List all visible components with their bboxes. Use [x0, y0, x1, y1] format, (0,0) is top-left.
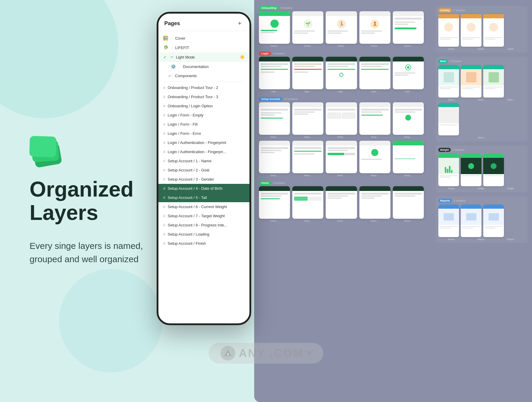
- reports-card-1: [438, 205, 459, 237]
- watermark-logo-icon: A: [220, 346, 235, 361]
- section-tag-login: Login: [259, 51, 271, 56]
- page-item-setup-6[interactable]: # Setup Account / 6 - Current Weight: [158, 202, 249, 211]
- setup-screen-4: [359, 102, 390, 135]
- canvas-right-panels: Activity 3 Screens: [432, 0, 532, 402]
- page-item-login-auth-fingerprint[interactable]: # Login / Authentication - Fingerprint: [158, 138, 249, 147]
- page-item-setup-2[interactable]: # Setup Account / 2 - Goal: [158, 166, 249, 175]
- home-label-1: Home ...: [259, 220, 290, 222]
- reports-card-3: [483, 205, 504, 237]
- add-page-button[interactable]: +: [236, 20, 244, 27]
- page-item-setup-7[interactable]: # Setup Account / 7 - Target Weight: [158, 211, 249, 221]
- canvas-section-onboarding: Onboarding 5 Screens 🌱: [259, 6, 424, 47]
- section-tag-setup: Setup Account: [259, 97, 282, 101]
- page-label-setup-8: Setup Account / 8 - Progress Inte...: [168, 223, 245, 227]
- page-label-login-auth-fingerpri: Login / Authentication - Fingerpri...: [168, 150, 245, 154]
- page-item-login-form-error[interactable]: # Login / Form - Error: [158, 129, 249, 138]
- onboarding-label-3: Onboa...: [326, 45, 357, 47]
- home-screen-2: [292, 186, 323, 219]
- hash-icon-setup-2: #: [163, 168, 165, 172]
- onboarding-label-2: Onboa...: [292, 45, 323, 47]
- headline-line2: Layers: [30, 201, 98, 224]
- hash-icon-setup-1: #: [163, 159, 165, 163]
- page-item-setup-8[interactable]: # Setup Account / 8 - Progress Inte...: [158, 221, 249, 230]
- onboarding-label-5: Onboa...: [393, 45, 424, 47]
- onboarding-screen-1: [259, 11, 290, 44]
- page-item-setup-4[interactable]: # Setup Account / 4 - Date of Birth: [158, 184, 249, 193]
- page-item-login-auth-fingerpri[interactable]: # Login / Authentication - Fingerpri...: [158, 147, 249, 156]
- home-screen-1: [259, 186, 290, 219]
- login-label-1: Login ...: [259, 90, 290, 93]
- page-item-onboarding-3[interactable]: # Onboarding / Product Tour - 3: [158, 92, 249, 101]
- page-item-setup-1[interactable]: # Setup Account / 1 - Name: [158, 156, 249, 166]
- logo-stack-icon: [30, 136, 65, 166]
- onboarding-screen-3: 🏃: [326, 11, 357, 44]
- section-count-onboarding: 5 Screens: [280, 7, 293, 9]
- page-label-cover: Cover: [175, 36, 245, 40]
- home-label-5: Home ...: [393, 220, 424, 222]
- indent-arrow-components: ↩: [168, 74, 171, 78]
- page-label-setup-loading: Setup Account / Loading: [168, 232, 245, 236]
- page-item-light-mode[interactable]: ✓ ↩ Light Mode ☀️: [158, 52, 249, 62]
- page-item-setup-5[interactable]: # Setup Account / 5 - Tall: [158, 193, 249, 202]
- section-divider-1: [163, 82, 245, 82]
- setup-label-2: Setup ...: [292, 136, 323, 138]
- pages-list: 🖼️ · Cover 🥬 · LIFEFIT ✓ ↩ Light Mode ☀️…: [158, 31, 249, 323]
- page-label-setup-2: Setup Account / 2 - Goal: [168, 168, 245, 172]
- right-canvas: Onboarding 5 Screens 🌱: [254, 0, 532, 402]
- login-label-5: Login ...: [393, 90, 424, 93]
- page-label-components: Components: [175, 74, 245, 78]
- page-item-login-form-empty[interactable]: # Login / Form - Empty: [158, 111, 249, 120]
- setup-screen-3: [326, 102, 357, 135]
- page-item-onboarding-login[interactable]: # Onboarding / Login Option: [158, 101, 249, 111]
- hash-icon-login-auth-fp2: #: [163, 150, 165, 154]
- phone-frame: Pages + 🖼️ · Cover 🥬 · LIFEFIT ✓ ↩ Light…: [157, 12, 251, 325]
- hash-icon-onboarding3: #: [163, 95, 165, 99]
- setup-screen-6: [259, 141, 290, 173]
- watermark-overlay: A ANY .COM ®: [0, 343, 532, 364]
- login-screen-4: [359, 57, 390, 89]
- phone-mockup: Pages + 🖼️ · Cover 🥬 · LIFEFIT ✓ ↩ Light…: [157, 12, 257, 337]
- setup-label-6: Setup ...: [259, 174, 290, 177]
- subtext: Every singe layers is named, grouped and…: [30, 239, 171, 266]
- cover-icon: 🖼️: [163, 36, 168, 40]
- meal-card-1: [438, 65, 459, 98]
- pages-title: Pages: [164, 20, 180, 27]
- login-screen-5: [393, 57, 424, 89]
- page-label-login-form-empty: Login / Form - Empty: [168, 113, 245, 117]
- page-item-setup-loading[interactable]: # Setup Account / Loading: [158, 230, 249, 239]
- reports-tag: Reports: [438, 199, 452, 203]
- page-item-login-form-fill[interactable]: # Login / Form - Fill: [158, 120, 249, 129]
- hash-icon-login-form-fill: #: [163, 122, 165, 127]
- page-item-lifefit[interactable]: 🥬 · LIFEFIT: [158, 43, 249, 52]
- activity-card-1: [438, 14, 459, 47]
- setup-screen-8: [326, 141, 357, 173]
- hash-icon-onboarding2: #: [163, 85, 165, 90]
- home-screen-3: [326, 186, 357, 219]
- page-label-setup-1: Setup Account / 1 - Name: [168, 159, 245, 163]
- home-label-2: Home ...: [292, 220, 323, 222]
- activity-tag: Activity: [438, 8, 452, 12]
- page-item-components[interactable]: ↩ Components: [158, 71, 249, 80]
- page-label-setup-5: Setup Account / 5 - Tall: [168, 195, 245, 200]
- hash-icon-setup-8: #: [163, 223, 165, 227]
- weight-card-2: [461, 154, 481, 186]
- lifefit-icon: 🥬: [163, 45, 168, 50]
- page-item-documentation[interactable]: ⚙️ · Documentation: [158, 62, 249, 71]
- watermark-registered: ®: [307, 350, 312, 357]
- page-item-setup-3[interactable]: # Setup Account / 3 - Gender: [158, 175, 249, 184]
- setup-label-7: Setup ...: [292, 174, 323, 177]
- page-item-cover[interactable]: 🖼️ · Cover: [158, 33, 249, 43]
- canvas-section-home: Home 4 Screens: [259, 181, 424, 222]
- headline: Organized Layers: [30, 178, 177, 224]
- sun-icon: ☀️: [240, 55, 245, 59]
- page-item-setup-finish[interactable]: # Setup Account / Finish: [158, 239, 249, 248]
- activity-card-2: [461, 14, 481, 47]
- setup-label-3: Setup ...: [326, 136, 357, 138]
- gear-settings-icon: ⚙️: [171, 64, 176, 69]
- page-item-onboarding-2[interactable]: # Onboarding / Product Tour - 2: [158, 83, 249, 92]
- mini-section-activity: Activity 3 Screens: [436, 6, 528, 53]
- page-label-setup-4: Setup Account / 4 - Date of Birth: [168, 186, 245, 191]
- onboarding-screen-5: [393, 11, 424, 44]
- hash-icon-onboarding-login: #: [163, 104, 165, 108]
- page-label-setup-6: Setup Account / 6 - Current Weight: [168, 205, 245, 209]
